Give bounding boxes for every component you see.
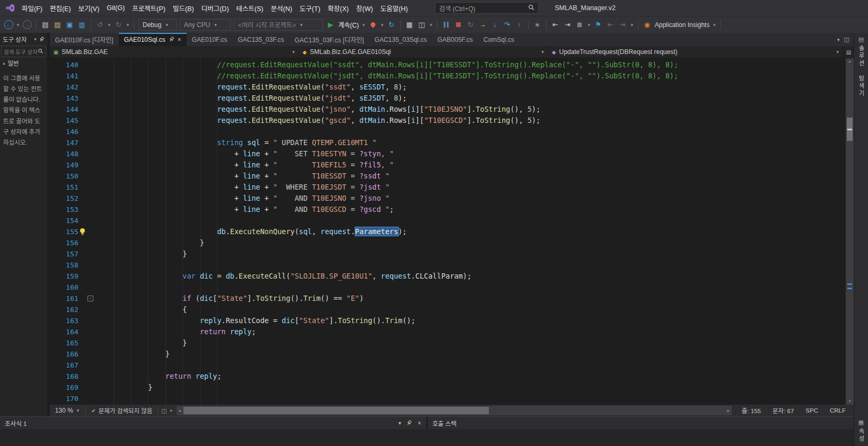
line-number[interactable]: 157 bbox=[60, 248, 78, 260]
line-number[interactable]: 140 bbox=[60, 59, 78, 70]
rail-tab-properties[interactable]: ▦ 속성 bbox=[857, 419, 865, 443]
new-file-icon[interactable]: ▤ bbox=[40, 19, 51, 31]
code-text[interactable] bbox=[94, 282, 846, 293]
show-next-statement-icon[interactable]: → bbox=[477, 19, 488, 31]
line-number[interactable]: 143 bbox=[60, 93, 78, 104]
code-text[interactable]: //request.EditRequestValue("jsdt", dtMai… bbox=[94, 70, 846, 82]
fold-collapse-icon[interactable]: - bbox=[87, 296, 93, 301]
hot-reload-dropdown-icon[interactable]: ▾ bbox=[380, 19, 385, 31]
zoom-select[interactable]: 130 % ▾ bbox=[52, 407, 83, 414]
breakpoint-margin[interactable] bbox=[50, 148, 60, 159]
code-text[interactable]: + line + " AND T10EGSCD = ?gscd "; bbox=[94, 204, 846, 215]
breakpoint-margin[interactable] bbox=[50, 126, 60, 137]
code-text[interactable]: + line + " WHERE T10EJSDT = ?jsdt " bbox=[94, 182, 846, 193]
menu-item[interactable]: 편집(E) bbox=[46, 1, 75, 16]
stop-debugging-icon[interactable] bbox=[453, 19, 464, 31]
line-number[interactable]: 160 bbox=[60, 282, 78, 293]
line-number[interactable]: 155 bbox=[60, 226, 78, 237]
breakpoint-margin[interactable] bbox=[50, 248, 60, 260]
line-number[interactable]: 164 bbox=[60, 326, 78, 337]
restart-application-icon[interactable]: ↻ bbox=[386, 19, 397, 31]
code-text[interactable] bbox=[94, 126, 846, 137]
split-view-icon[interactable]: ◫ bbox=[161, 407, 166, 414]
line-number[interactable]: 165 bbox=[60, 337, 78, 349]
breakpoint-margin[interactable] bbox=[50, 104, 60, 115]
menu-item[interactable]: 프로젝트(P) bbox=[128, 1, 169, 16]
horizontal-scrollbar[interactable]: ◂ ▸ bbox=[177, 406, 732, 415]
breakpoint-margin[interactable] bbox=[50, 382, 60, 393]
breakpoint-margin[interactable] bbox=[50, 82, 60, 93]
breakpoint-margin[interactable] bbox=[50, 237, 60, 248]
tab-GAE010F.cs[interactable]: GAE010F.cs bbox=[187, 33, 233, 46]
breakpoint-margin[interactable] bbox=[50, 115, 60, 126]
toolbox-chevron-down-icon[interactable]: ▾ bbox=[34, 37, 37, 42]
code-editor[interactable]: 140 //request.EditRequestValue("ssdt", d… bbox=[50, 58, 854, 405]
scroll-left-icon[interactable]: ◂ bbox=[177, 406, 183, 415]
code-text[interactable]: request.EditRequestValue("jsdt", sEJSDT,… bbox=[94, 93, 846, 104]
menu-item[interactable]: 디버그(D) bbox=[198, 1, 233, 16]
callstack-panel-header[interactable]: 호출 스택 bbox=[426, 417, 854, 429]
member-dropdown[interactable]: ◆ UpdateTrustRequest(DBRequest request) … bbox=[548, 46, 843, 58]
menu-item[interactable]: 파일(F) bbox=[18, 1, 46, 16]
code-text[interactable]: + line + " T10EFIL5 = ?fil5, " bbox=[94, 159, 846, 171]
line-number[interactable]: 144 bbox=[60, 104, 78, 115]
restart-debugging-icon[interactable]: ↻ bbox=[465, 19, 476, 31]
breakpoint-margin[interactable] bbox=[50, 70, 60, 82]
hot-reload-icon[interactable] bbox=[367, 19, 379, 31]
line-number[interactable]: 142 bbox=[60, 82, 78, 93]
code-text[interactable]: { bbox=[94, 304, 846, 315]
line-number[interactable]: 161 bbox=[60, 293, 78, 304]
breakpoint-margin[interactable] bbox=[50, 393, 60, 404]
line-number[interactable]: 166 bbox=[60, 349, 78, 360]
breakpoint-margin[interactable] bbox=[50, 182, 60, 193]
line-number[interactable]: 169 bbox=[60, 382, 78, 393]
line-number[interactable]: 149 bbox=[60, 159, 78, 171]
scroll-up-icon[interactable]: ▴ bbox=[846, 58, 854, 65]
code-text[interactable]: return reply; bbox=[94, 326, 846, 337]
panel-close-icon[interactable]: × bbox=[417, 420, 421, 427]
code-text[interactable]: } bbox=[94, 349, 846, 360]
redo-icon[interactable]: ↻ bbox=[113, 19, 124, 31]
quick-search-box[interactable]: 검색 (Ctrl+Q) bbox=[435, 2, 539, 14]
line-number[interactable]: 145 bbox=[60, 115, 78, 126]
bookmark-prev-icon[interactable]: ⇤ bbox=[605, 19, 616, 31]
step-over-icon[interactable]: ↷ bbox=[502, 19, 513, 31]
step-into-icon[interactable]: ↓ bbox=[489, 19, 501, 31]
toolbox-pin-icon[interactable] bbox=[39, 37, 45, 42]
breakpoint-margin[interactable] bbox=[50, 193, 60, 204]
undo-dropdown-icon[interactable]: ▾ bbox=[107, 19, 112, 31]
breakpoint-margin[interactable] bbox=[50, 171, 60, 182]
continue-button[interactable]: ▶ bbox=[325, 19, 336, 31]
status-insert-mode[interactable]: SPC bbox=[800, 407, 824, 414]
code-text[interactable]: } bbox=[94, 337, 846, 349]
breakpoint-margin[interactable] bbox=[50, 59, 60, 70]
horizontal-scrollbar-thumb[interactable] bbox=[183, 407, 489, 414]
solution-configurations-dropdown[interactable]: Debug▾ bbox=[138, 19, 177, 31]
breakpoint-margin[interactable] bbox=[50, 226, 60, 237]
code-text[interactable]: var dic = db.ExecuteCall("SLOJLIB.SP_GE1… bbox=[94, 271, 846, 282]
line-number[interactable]: 153 bbox=[60, 204, 78, 215]
status-line-ending[interactable]: CRLF bbox=[824, 407, 852, 414]
line-number[interactable]: 167 bbox=[60, 360, 78, 371]
code-text[interactable]: request.EditRequestValue("jsno", dtMain.… bbox=[94, 104, 846, 115]
toolbox-section-general[interactable]: ▴ 일반 bbox=[0, 57, 47, 69]
code-text[interactable]: + line + " T10ESSDT = ?ssdt " bbox=[94, 171, 846, 182]
bookmark-next-icon[interactable]: ⇥ bbox=[617, 19, 628, 31]
toolbox-search-input[interactable]: 검색 도구 상자 bbox=[1, 46, 46, 57]
project-dropdown[interactable]: ▣ SMLab.Biz.GAE ▾ bbox=[50, 46, 299, 58]
tab-pin-icon[interactable] bbox=[169, 37, 174, 42]
breakpoint-margin[interactable] bbox=[50, 159, 60, 171]
tab-list-dropdown-icon[interactable]: ▾ bbox=[837, 37, 840, 42]
step-out-icon[interactable]: ↑ bbox=[514, 19, 525, 31]
code-text[interactable]: string sql = " UPDATE QTEMP.GE10MT1 " bbox=[94, 137, 846, 148]
split-window-button[interactable]: ▤ bbox=[843, 46, 854, 58]
startup-projects-dropdown[interactable]: <여러 시작 프로젝트>▾ bbox=[234, 19, 323, 31]
navigate-forward-icon[interactable]: → bbox=[22, 19, 33, 31]
navigate-back-dropdown-icon[interactable]: ▾ bbox=[15, 19, 21, 31]
rail-tab-solution-explorer[interactable]: ▤ 솔루션 탐색기 bbox=[857, 36, 865, 97]
code-text[interactable]: } bbox=[94, 248, 846, 260]
quick-actions-icon[interactable]: ∗ bbox=[532, 19, 543, 31]
tab-GAB005F.cs[interactable]: GAB005F.cs bbox=[432, 33, 478, 46]
tab-GAC135_03F.cs [디자인][interactable]: GAC135_03F.cs [디자인] bbox=[290, 33, 370, 46]
tab-GAC135_03Sql.cs[interactable]: GAC135_03Sql.cs bbox=[369, 33, 432, 46]
